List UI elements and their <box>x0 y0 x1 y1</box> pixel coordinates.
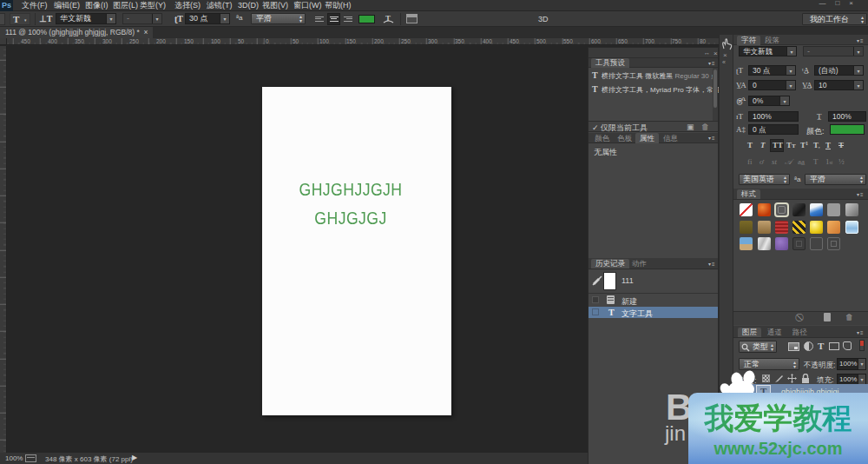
svg-text:T: T <box>385 14 391 23</box>
